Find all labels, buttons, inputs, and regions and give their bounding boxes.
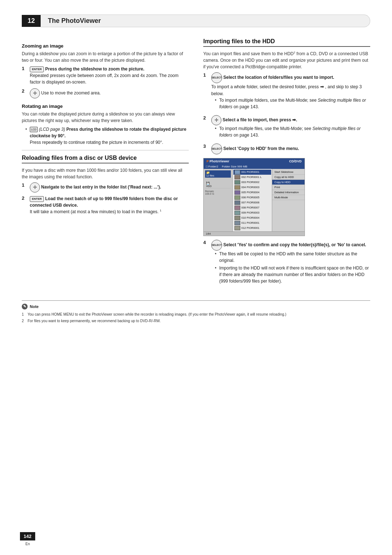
screenshot-filelist: 001 PIOR0001 002 PIOR0001 L 003 PIOR0002 [233,169,272,231]
import-step4-bold: Select 'Yes' to confirm and copy the fol… [223,242,366,247]
file-thumb-10 [234,216,240,220]
file-thumb-6 [234,195,240,200]
hdd-label: HDD [206,185,230,187]
note-text-2: For files you want to keep permanently, … [28,319,160,323]
import-step1-bullets: To import multiple folders, use the Mult… [211,97,370,110]
menu-copy-all: Copy all to HDD [272,175,305,180]
zooming-title: Zooming an image [22,43,189,49]
import-step2: 2 Select a file to import, then press ➡.… [203,115,370,141]
import-step3-content: SELECT Select 'Copy to HDD' from the men… [211,143,370,154]
page-lang: En [25,542,30,546]
file-item-9: 009 PIOR0003 [233,210,271,215]
reload-step1: 1 Navigate to the last entry in the fold… [22,182,189,193]
import-step2-num: 2 [203,115,208,121]
reload-step2-num: 2 [22,195,27,201]
zoom-step2-num: 2 [22,88,27,94]
note-circle-icon: ✎ [22,304,28,309]
content-columns: Zooming an image During a slideshow you … [22,38,370,289]
import-step2-content: Select a file to import, then press ➡. T… [211,115,370,141]
note-item-1: 1 You can press HOME MENU to exit the Ph… [22,312,370,317]
import-step1-bold: Select the location of folders/files you… [223,75,334,80]
menu-copy-hdd: Copy to HDD [272,180,305,185]
zoom-step2: 2 Use to move the zoomed area. [22,88,189,98]
menu-multimode: Multi-Mode [272,195,305,200]
import-step4: 4 SELECT Select 'Yes' to confirm and cop… [203,240,370,287]
page-number: 142 [20,532,35,540]
reload-step2-detail: It will take a moment (at most a few min… [30,209,159,214]
zoom-step1-num: 1 [22,66,27,71]
file-thumb-5 [234,190,240,195]
enter-button-icon: ENTER [30,66,44,72]
screenshot-box: P PhotoViewer CD/DVD □ Folder2 Folder Si… [203,158,305,236]
file-thumb-12 [234,226,240,230]
remain-size: 100.0 G [205,193,214,195]
remain-label: Remain 100.0 G [205,190,231,195]
importing-title: Importing files to the HDD [203,38,370,47]
screenshot-logo: P PhotoViewer [207,159,229,163]
remain-text: Remain [205,190,214,193]
reloading-intro: If you have a disc with more than 1000 f… [22,167,189,180]
file-item-4: 004 PIOR0003 [233,185,271,190]
import-step4-bullet1: The files will be copied to the HDD with… [215,251,370,264]
file-thumb-4 [234,185,240,190]
note-item-2: 2 For files you want to keep permanently… [22,318,370,324]
importing-intro-text: You can import files and save them to th… [203,51,294,56]
select-icon-3: SELECT [211,143,222,154]
screenshot-menu: Start Slideshow Copy all to HDD Copy to … [272,169,305,231]
enter-icon-reload: ENTER [30,196,44,202]
import-step4-content: SELECT Select 'Yes' to confirm and copy … [211,240,370,287]
rotating-bullets: LCD (LCD page 3) Press during the slides… [22,126,189,146]
file-item-6: 006 PIOR0005 [233,195,271,200]
left-column: Zooming an image During a slideshow you … [22,38,189,289]
file-item-5: 005 PIOR0004 [233,190,271,195]
lcd-icon: LCD [30,127,38,132]
file-thumb-11 [234,221,240,225]
screenshot-titlebar: P PhotoViewer CD/DVD [204,158,305,164]
import-step1-bullet: To import multiple folders, use the Mult… [215,97,370,110]
import-step1-detail1: To import a whole folder, select the des… [211,84,319,89]
reload-step1-bold: Navigate to the last entry in the folder… [41,185,161,190]
import-step3: 3 SELECT Select 'Copy to HDD' from the m… [203,143,370,154]
reload-step1-num: 1 [22,182,27,188]
reload-step2-bold: Load the next batch of up to 999 files/9… [30,196,178,208]
pv-logo: P [207,159,209,163]
zoom-step2-content: Use to move the zoomed area. [30,88,189,98]
file-item-3: 003 PIOR0002 [233,180,271,185]
file-thumb-9 [234,211,240,215]
file-thumb-8 [234,206,240,210]
import-step1-bullet-cont: on page 143. [233,104,259,109]
file-item-2: 002 PIOR0001 L [233,175,271,180]
file-item-11: 011 PIOR0001 [233,220,271,226]
rotating-bullet1-detail: Press repeatedly to continue rotating th… [30,140,163,145]
zoom-step1: 1 ENTER Press during the slideshow to zo… [22,66,189,85]
import-step1-arrow: ➡ [320,84,324,89]
import-step4-num: 4 [203,240,208,245]
page-container: 12 The PhotoViewer Zooming an image Duri… [0,0,392,555]
files-count: 12 files [206,174,230,177]
chapter-title: The PhotoViewer [41,15,370,27]
import-step2-bold: Select a file to import, then press ➡. [222,117,297,122]
titlebar-source: CD/DVD [289,159,302,163]
titlebar-pv: PhotoViewer [209,159,229,163]
sidebar-files: 📁 12 files [205,170,231,178]
import-step1-num: 1 [203,72,208,78]
file-thumb-2 [234,175,240,179]
navigate-icon [30,182,40,193]
zooming-intro: During a slideshow you can zoom in to en… [22,50,189,64]
file-thumb-3 [234,180,240,185]
screenshot-body: 📁 12 files 💾 HDD Remain 100.0 G [204,169,305,231]
import-step2-bullet-text: To import multiple files, use the Multi-… [219,126,311,131]
file-thumb-1 [234,170,240,174]
screenshot-header: □ Folder2 Folder Size 999 MB [204,164,305,169]
import-step1-content: SELECT Select the location of folders/fi… [211,72,370,112]
header-col1: □ Folder2 [206,165,218,168]
import-step2-bullets: To import multiple files, use the Multi-… [211,125,370,138]
zoom-step2-text: Use to move the zoomed area. [41,90,101,96]
import-step2-bullet: To import multiple files, use the Multi-… [215,125,370,138]
file-item-8: 008 PIOR0007 [233,205,271,210]
select-icon-4: SELECT [211,240,222,251]
import-step3-num: 3 [203,143,208,149]
zoom-step1-bold: Press during the slideshow to zoom the p… [45,66,144,72]
import-step4-bullets: The files will be copied to the HDD with… [211,251,370,284]
sidebar-hdd-icon: 💾 [206,182,210,185]
